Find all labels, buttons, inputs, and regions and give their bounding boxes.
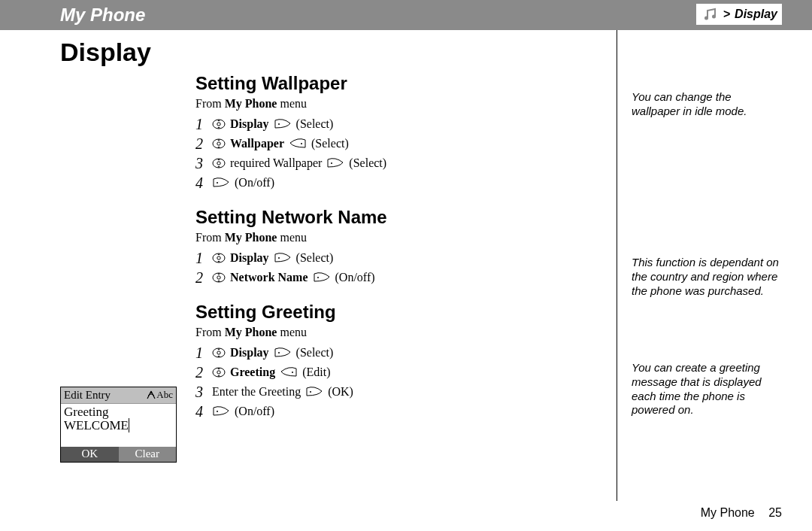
section-network: Setting Network Name From My Phone menu …	[195, 207, 579, 287]
side-note-wallpaper: You can change the wallpaper in idle mod…	[632, 90, 782, 119]
side-notes: You can change the wallpaper in idle mod…	[624, 30, 797, 45]
step-3: 3 required Wallpaper (Select)	[195, 154, 579, 172]
nav-pad-icon	[212, 156, 226, 170]
step-target: Enter the Greeting	[212, 385, 301, 399]
svg-point-9	[217, 162, 220, 165]
phone-screenshot: Edit Entry Abc Greeting WELCOME OK Clear	[60, 387, 177, 463]
step-num: 1	[195, 250, 208, 267]
svg-point-3	[217, 123, 220, 126]
step-action: (Select)	[296, 346, 334, 360]
step-num: 3	[195, 155, 208, 172]
step-4: 4 (On/off)	[195, 174, 579, 192]
svg-point-17	[317, 277, 319, 278]
text-mode-label: Abc	[156, 390, 173, 400]
step-2: 2 Wallpaper (Select)	[195, 135, 579, 153]
step-action: (On/off)	[235, 176, 274, 190]
step-target: Display	[230, 346, 269, 360]
step-2: 2 Network Name (On/off)	[195, 269, 579, 287]
left-softkey-icon	[274, 119, 292, 129]
section-wallpaper: Setting Wallpaper From My Phone menu 1 D…	[195, 73, 579, 192]
phone-line2-text: WELCOME	[64, 418, 129, 432]
left-softkey-icon	[313, 272, 331, 283]
nav-pad-icon	[212, 117, 226, 131]
step-1: 1 Display (Select)	[195, 344, 579, 362]
from-bold: My Phone	[225, 326, 277, 338]
step-action: (Select)	[311, 137, 349, 150]
nav-pad-icon	[212, 271, 226, 284]
nav-pad-icon	[212, 366, 226, 379]
column-divider	[617, 30, 617, 501]
main-content: Setting Wallpaper From My Phone menu 1 D…	[195, 73, 579, 420]
from-pre: From	[195, 97, 225, 110]
svg-point-23	[292, 372, 293, 373]
from-line: From My Phone menu	[195, 97, 579, 111]
svg-point-16	[217, 276, 220, 279]
from-line: From My Phone menu	[195, 231, 579, 244]
nav-pad-icon	[212, 251, 226, 265]
step-num: 2	[195, 364, 208, 381]
breadcrumb-arrow: >	[723, 8, 730, 21]
left-softkey-icon	[212, 406, 230, 417]
step-target: Display	[230, 251, 269, 265]
section-title-network: Setting Network Name	[195, 207, 579, 228]
step-action: (On/off)	[235, 405, 274, 418]
step-target: Greeting	[230, 366, 275, 379]
step-2: 2 Greeting (Edit)	[195, 363, 579, 381]
text-mode-icon: Abc	[147, 390, 173, 400]
left-softkey-icon	[274, 347, 292, 358]
left-softkey-icon	[305, 387, 323, 397]
from-bold: My Phone	[225, 231, 277, 244]
breadcrumb: > Display	[696, 4, 782, 25]
svg-point-13	[217, 256, 220, 259]
breadcrumb-label: Display	[735, 8, 777, 21]
softkey-clear: Clear	[119, 447, 177, 462]
svg-point-7	[301, 143, 302, 144]
svg-point-4	[278, 123, 280, 125]
step-action: (Select)	[296, 117, 334, 131]
step-target: Network Name	[230, 271, 308, 284]
side-note-network: This function is dependant on the countr…	[632, 256, 782, 298]
step-target: Display	[230, 117, 269, 131]
step-1: 1 Display (Select)	[195, 115, 579, 133]
from-post: menu	[277, 97, 307, 110]
svg-point-22	[217, 371, 220, 374]
left-softkey-icon	[274, 253, 292, 263]
section-title-greeting: Setting Greeting	[195, 302, 579, 323]
header-bar: My Phone	[0, 0, 812, 30]
svg-point-0	[704, 17, 708, 20]
svg-point-25	[217, 411, 218, 412]
svg-point-19	[217, 351, 220, 354]
cursor-icon	[129, 418, 129, 432]
from-pre: From	[195, 326, 225, 338]
step-1: 1 Display (Select)	[195, 249, 579, 267]
step-action: (On/off)	[335, 271, 375, 284]
step-action: (Edit)	[302, 366, 330, 379]
step-num: 2	[195, 135, 208, 153]
step-3: 3 Enter the Greeting (OK)	[195, 383, 579, 401]
footer: My Phone 25	[701, 506, 782, 520]
from-pre: From	[195, 231, 225, 244]
right-softkey-icon	[280, 367, 298, 378]
side-note-greeting: You can create a greeting message that i…	[632, 361, 782, 417]
svg-point-20	[278, 352, 280, 353]
svg-point-14	[278, 257, 280, 259]
phone-line2: WELCOME	[64, 419, 173, 433]
phone-title-bar: Edit Entry Abc	[61, 387, 176, 404]
nav-pad-icon	[212, 346, 226, 360]
from-bold: My Phone	[225, 97, 277, 110]
phone-title: Edit Entry	[64, 389, 111, 402]
section-title-wallpaper: Setting Wallpaper	[195, 73, 579, 94]
svg-point-1	[712, 15, 716, 19]
svg-point-6	[217, 142, 220, 145]
step-target: required Wallpaper	[230, 156, 322, 170]
music-note-icon	[701, 5, 719, 23]
phone-line1: Greeting	[64, 405, 173, 420]
svg-point-24	[310, 391, 311, 393]
footer-section: My Phone	[701, 506, 755, 519]
step-action: (OK)	[328, 385, 353, 399]
footer-page-number: 25	[768, 506, 782, 519]
page-body: Display Setting Wallpaper From My Phone …	[0, 30, 617, 443]
right-softkey-icon	[289, 138, 307, 149]
header-title: My Phone	[60, 5, 145, 26]
left-softkey-icon	[326, 158, 344, 168]
